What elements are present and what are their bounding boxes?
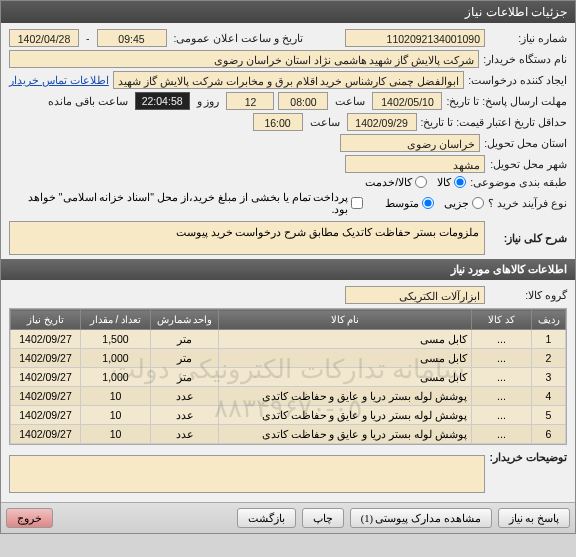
deadline-time-label: ساعت — [332, 95, 368, 107]
city-label: شهر محل تحویل: — [489, 158, 567, 170]
cell-unit: عدد — [151, 425, 219, 444]
cell-date: 1402/09/27 — [11, 406, 81, 425]
city-field: مشهد — [345, 155, 485, 173]
deadline-label: مهلت ارسال پاسخ: تا تاریخ: — [446, 95, 567, 107]
table-row[interactable]: 3...کابل مسیمتر1,0001402/09/27 — [11, 368, 566, 387]
back-button[interactable]: بازگشت — [237, 508, 296, 528]
table-row[interactable]: 4...پوشش لوله بستر دریا و عایق و حفاظت ک… — [11, 387, 566, 406]
table-row[interactable]: 1...کابل مسیمتر1,5001402/09/27 — [11, 330, 566, 349]
th-qty: تعداد / مقدار — [81, 310, 151, 330]
cell-unit: متر — [151, 368, 219, 387]
remain-suffix: ساعت باقی مانده — [45, 95, 131, 107]
cell-name: پوشش لوله بستر دریا و عایق و حفاظت کاتدی — [219, 387, 472, 406]
nature-partial-radio[interactable]: جزیی — [444, 197, 484, 209]
items-section-header: اطلاعات کالاهای مورد نیاز — [1, 259, 575, 280]
cell-unit: متر — [151, 330, 219, 349]
th-unit: واحد شمارش — [151, 310, 219, 330]
cell-qty: 1,500 — [81, 330, 151, 349]
nature-medium-radio[interactable]: متوسط — [385, 197, 434, 209]
nature-label: نوع فرآیند خرید ؟ — [488, 197, 567, 209]
deadline-date-field: 1402/05/10 — [372, 92, 442, 110]
cell-name: پوشش لوله بستر دریا و عایق و حفاظت کاتدی — [219, 406, 472, 425]
content: شماره نیاز: 1102092134001090 تاریخ و ساع… — [1, 23, 575, 502]
validity-label: حداقل تاریخ اعتبار قیمت: تا تاریخ: — [421, 116, 567, 128]
requester-field: ابوالفضل چمنی کارشناس خرید اقلام برق و م… — [113, 71, 464, 89]
topic-service-radio[interactable]: کالا/خدمت — [365, 176, 427, 188]
cell-date: 1402/09/27 — [11, 349, 81, 368]
cell-unit: عدد — [151, 406, 219, 425]
th-date: تاریخ نیاز — [11, 310, 81, 330]
table-row[interactable]: 2...کابل مسیمتر1,0001402/09/27 — [11, 349, 566, 368]
announce-date-field: 1402/04/28 — [9, 29, 79, 47]
group-label: گروه کالا: — [489, 289, 567, 301]
cell-qty: 10 — [81, 387, 151, 406]
window-title: جزئیات اطلاعات نیاز — [465, 5, 567, 19]
titlebar: جزئیات اطلاعات نیاز — [1, 1, 575, 23]
cell-code: ... — [472, 425, 532, 444]
cell-code: ... — [472, 387, 532, 406]
topic-class-label: طبقه بندی موضوعی: — [470, 176, 567, 188]
cell-date: 1402/09/27 — [11, 368, 81, 387]
cell-n: 6 — [532, 425, 566, 444]
cell-unit: عدد — [151, 387, 219, 406]
validity-time-label: ساعت — [307, 116, 343, 128]
cell-name: کابل مسی — [219, 349, 472, 368]
deadline-time-field: 08:00 — [278, 92, 328, 110]
items-table: ردیف کد کالا نام کالا واحد شمارش تعداد /… — [10, 309, 566, 444]
buyer-notes-label: توضیحات خریدار: — [489, 451, 567, 463]
cell-qty: 1,000 — [81, 368, 151, 387]
table-header-row: ردیف کد کالا نام کالا واحد شمارش تعداد /… — [11, 310, 566, 330]
cell-n: 2 — [532, 349, 566, 368]
validity-date-field: 1402/09/29 — [347, 113, 417, 131]
cell-qty: 1,000 — [81, 349, 151, 368]
group-field: ابزارآلات الکتریکی — [345, 286, 485, 304]
payment-check[interactable]: پرداخت تمام یا بخشی از مبلغ خرید،از محل … — [9, 191, 363, 215]
cell-date: 1402/09/27 — [11, 387, 81, 406]
remain-days-field: 12 — [226, 92, 274, 110]
need-no-field: 1102092134001090 — [345, 29, 485, 47]
announce-time-field: 09:45 — [97, 29, 167, 47]
th-name: نام کالا — [219, 310, 472, 330]
cell-date: 1402/09/27 — [11, 330, 81, 349]
th-row: ردیف — [532, 310, 566, 330]
remain-days-label: روز و — [194, 95, 223, 107]
announce-label: تاریخ و ساعت اعلان عمومی: — [171, 32, 342, 44]
requester-label: ایجاد کننده درخواست: — [468, 74, 567, 86]
table-row[interactable]: 6...پوشش لوله بستر دریا و عایق و حفاظت ک… — [11, 425, 566, 444]
desc-field: ملزومات بستر حفاظت کاتدیک مطابق شرح درخو… — [9, 221, 485, 255]
topic-goods-radio[interactable]: کالا — [437, 176, 466, 188]
window: جزئیات اطلاعات نیاز شماره نیاز: 11020921… — [0, 0, 576, 534]
exit-button[interactable]: خروج — [6, 508, 53, 528]
cell-code: ... — [472, 406, 532, 425]
desc-label: شرح کلی نیاز: — [489, 232, 567, 244]
th-code: کد کالا — [472, 310, 532, 330]
cell-code: ... — [472, 330, 532, 349]
cell-n: 4 — [532, 387, 566, 406]
reply-button[interactable]: پاسخ به نیاز — [498, 508, 570, 528]
cell-n: 3 — [532, 368, 566, 387]
topic-class-group: کالا کالا/خدمت — [365, 176, 466, 188]
cell-name: کابل مسی — [219, 330, 472, 349]
province-label: استان محل تحویل: — [484, 137, 567, 149]
province-field: خراسان رضوی — [340, 134, 480, 152]
cell-code: ... — [472, 368, 532, 387]
table-row[interactable]: 5...پوشش لوله بستر دریا و عایق و حفاظت ک… — [11, 406, 566, 425]
contact-link[interactable]: اطلاعات تماس خریدار — [9, 74, 109, 86]
cell-n: 1 — [532, 330, 566, 349]
cell-qty: 10 — [81, 425, 151, 444]
cell-name: کابل مسی — [219, 368, 472, 387]
cell-date: 1402/09/27 — [11, 425, 81, 444]
attach-button[interactable]: مشاهده مدارک پیوستی (1) — [350, 508, 492, 528]
items-table-wrap: سامانه تدارکات الکترونیکی دولت ۸۸۳۴۹۶۷۰-… — [9, 308, 567, 445]
remain-time-counter: 22:04:58 — [135, 92, 190, 110]
footer: پاسخ به نیاز مشاهده مدارک پیوستی (1) چاپ… — [1, 502, 575, 533]
cell-code: ... — [472, 349, 532, 368]
cell-qty: 10 — [81, 406, 151, 425]
buyer-label: نام دستگاه خریدار: — [483, 53, 567, 65]
cell-unit: متر — [151, 349, 219, 368]
buyer-notes-field — [9, 455, 485, 493]
buyer-field: شرکت پالایش گاز شهید هاشمی نژاد استان خر… — [9, 50, 479, 68]
validity-time-field: 16:00 — [253, 113, 303, 131]
print-button[interactable]: چاپ — [302, 508, 344, 528]
nature-group: جزیی متوسط — [385, 197, 484, 209]
